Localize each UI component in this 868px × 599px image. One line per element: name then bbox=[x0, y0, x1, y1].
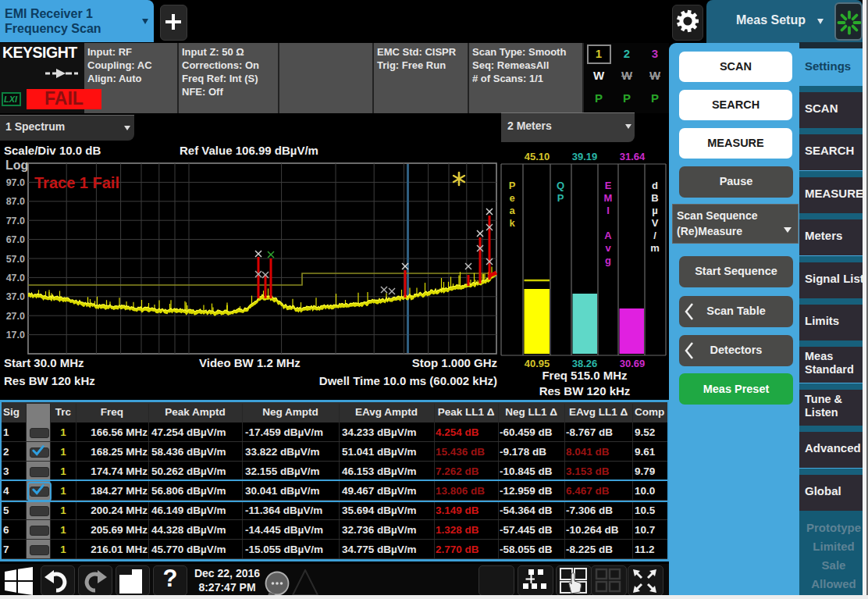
svg-text:57.0: 57.0 bbox=[6, 254, 25, 265]
svg-text:Log: Log bbox=[5, 159, 28, 172]
svg-text:17.0: 17.0 bbox=[6, 330, 25, 341]
svg-text:27.0: 27.0 bbox=[6, 311, 25, 322]
svg-text:77.0: 77.0 bbox=[6, 216, 25, 226]
svg-text:47.0: 47.0 bbox=[6, 273, 25, 283]
svg-text:87.0: 87.0 bbox=[6, 196, 25, 207]
svg-text:37.0: 37.0 bbox=[6, 291, 25, 302]
svg-text:97.0: 97.0 bbox=[6, 177, 25, 188]
svg-text:67.0: 67.0 bbox=[6, 234, 25, 245]
svg-text:Trace 1 Fail: Trace 1 Fail bbox=[34, 174, 119, 191]
